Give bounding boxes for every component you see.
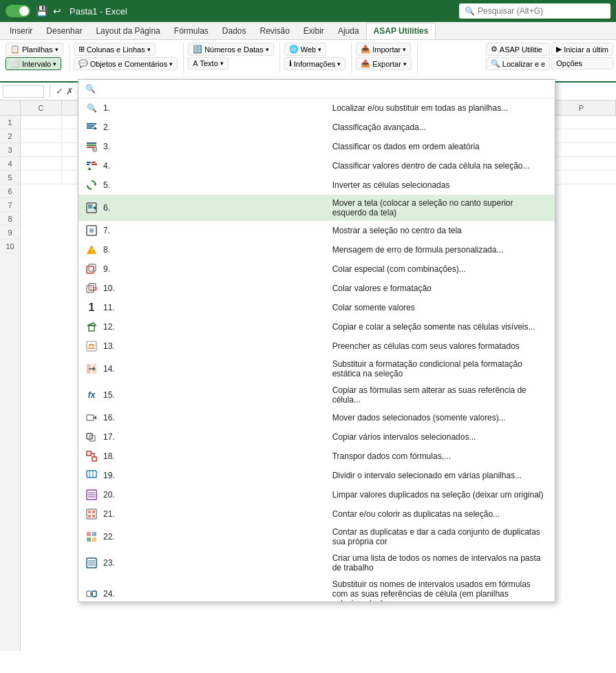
list-item[interactable]: 6. Mover a tela (colocar a seleção no ca… [78,195,555,221]
list-item[interactable]: 5. Inverter as células selecionadas [78,175,555,195]
item-7-icon [85,224,98,237]
undo-icon[interactable]: ↩ [53,6,61,17]
list-item[interactable]: 9. Colar especial (com combinações)... [78,259,555,279]
menu-item-ajuda[interactable]: Ajuda [331,23,366,39]
item-5-label: Inverter as células selecionadas [332,180,548,190]
list-item[interactable]: 21. Contar e/ou colorir as duplicatas na… [78,504,555,524]
svg-rect-60 [87,591,91,597]
col-header-c[interactable]: C [21,100,62,115]
ribbon-btn-localize[interactable]: 🔍 Localizar e e [486,57,550,70]
list-item[interactable]: 17. Copiar vários intervalos selecionado… [78,427,555,447]
list-item[interactable]: 22. Contar as duplicatas e dar a cada co… [78,524,555,550]
item-4-label: Classificar valores dentro de cada célul… [332,161,548,171]
checkmark-icon[interactable]: ✓ [56,86,63,96]
menu-item-asap[interactable]: ASAP Utilities [366,23,436,39]
item-23-icon [85,557,98,569]
svg-rect-2 [87,127,93,129]
list-item[interactable]: 20. Limpar valores duplicados na seleção… [78,485,555,504]
item-14-label: Substituir a formatação condicional pela… [332,359,548,378]
ribbon-btn-numeros[interactable]: 🔢 Números e Datas ▾ [188,43,274,56]
item-21-num: 21. [103,509,319,519]
cell-c1[interactable] [21,116,62,129]
list-item[interactable]: 23. Criar uma lista de todos os nomes de… [78,550,555,576]
list-item[interactable]: 18. Transpor dados com fórmulas,... [78,447,555,466]
cell-c4[interactable] [21,157,62,171]
menu-item-revisao[interactable]: Revisão [253,23,297,39]
row-num-9: 9 [0,226,20,239]
ribbon-btn-intervalo[interactable]: ⬜ Intervalo ▾ [6,57,61,70]
menu-item-inserir[interactable]: Inserir [3,23,39,39]
toggle-switch[interactable] [6,5,30,17]
list-item[interactable]: 123 10. Colar valores e formatação [78,279,555,298]
cell-c5[interactable] [21,171,62,184]
item-1-icon: 🔍 [85,102,98,114]
search-input[interactable] [478,6,602,16]
cell-c3[interactable] [21,143,62,157]
search-box[interactable]: 🔍 [459,3,610,19]
ribbon-btn-exportar[interactable]: 📤 Exportar ▾ [356,57,412,70]
formula-divider [50,85,50,98]
menu-item-formulas[interactable]: Fórmulas [167,23,215,39]
list-item[interactable]: 14. Substituir a formatação condicional … [78,356,555,382]
ribbon-btn-asap[interactable]: ⚙ ASAP Utilitie [486,43,550,56]
colunas-caret: ▾ [147,46,151,53]
item-13-label: Preencher as células com seus valores fo… [332,341,548,351]
row-num-8: 8 [0,212,20,226]
list-item[interactable]: 🔍 1. Localizar e/ou substituir em todas … [78,98,555,118]
menu-bar: Inserir Desenhar Layout da Página Fórmul… [0,22,616,40]
item-8-icon: ! [85,244,98,256]
list-item[interactable]: 1 11. Colar somente valores [78,298,555,317]
item-8-num: 8. [103,245,319,255]
dropdown-search-input[interactable] [100,84,548,94]
ribbon-btn-web[interactable]: 🌐 Web ▾ [284,43,326,56]
planilhas-caret: ▾ [55,46,59,53]
item-13-num: 13. [103,341,319,351]
cell-reference[interactable] [3,85,44,98]
ribbon-btn-importar[interactable]: 📥 Importar ▾ [356,43,411,56]
ribbon-group-planilhas: 📋 Planilhas ▾ ⬜ Intervalo ▾ [3,43,70,73]
corner-header [0,100,21,115]
menu-item-desenhar[interactable]: Desenhar [39,23,89,39]
dropdown-search-icon: 🔍 [85,84,96,94]
ribbon-btn-info[interactable]: ℹ Informações ▾ [284,57,346,70]
dropdown-menu: 🔍 🔍 1. Localizar e/ou substituir em toda… [78,79,555,602]
cell-c2[interactable] [21,129,62,143]
list-item[interactable]: 2. Classificação avançada... [78,118,555,137]
menu-item-dados[interactable]: Dados [215,23,253,39]
list-item[interactable]: fx 15. Copiar as fórmulas sem alterar as… [78,382,555,408]
menu-item-exibir[interactable]: Exibir [297,23,331,39]
list-item[interactable]: 4. Classificar valores dentro de cada cé… [78,156,555,175]
svg-rect-5 [87,145,96,146]
row-num-3: 3 [0,143,20,157]
list-item[interactable]: 19. Dividir o intervalo selecionado em v… [78,466,555,485]
ribbon-btn-iniciar[interactable]: ▶ Iniciar a últim [551,43,613,56]
list-item[interactable]: ! 8. Mensagem de erro de fórmula persona… [78,240,555,259]
objetos-icon: 💬 [78,59,88,68]
list-item[interactable]: 24. Substituir os nomes de intervalos us… [78,576,555,602]
item-11-num: 11. [103,303,319,312]
iniciar-icon: ▶ [556,45,562,54]
window-title: Pasta1 - Excel [70,6,127,17]
svg-rect-54 [87,537,91,542]
item-9-num: 9. [103,264,319,274]
list-item[interactable]: 3. Classificar os dados em ordem aleatór… [78,137,555,156]
save-icon[interactable]: 💾 [36,6,47,17]
list-item[interactable]: 13. Preencher as células com seus valore… [78,336,555,356]
item-21-label: Contar e/ou colorir as duplicatas na sel… [332,509,548,519]
col-header-p[interactable]: P [547,100,616,115]
list-item[interactable]: 12. Copiar e colar a seleção somente nas… [78,317,555,336]
menu-item-layout[interactable]: Layout da Página [89,23,167,39]
ribbon-btn-planilhas[interactable]: 📋 Planilhas ▾ [6,43,63,56]
ribbon-btn-objetos[interactable]: 💬 Objetos e Comentários ▾ [74,57,178,70]
ribbon-btn-opcoes[interactable]: Opções [551,57,613,70]
importar-icon: 📥 [361,45,370,54]
row-num-1: 1 [0,116,20,129]
cancel-formula-icon[interactable]: ✗ [66,86,74,96]
list-item[interactable]: 7. Mostrar a seleção no centro da tela [78,221,555,240]
list-item[interactable]: 16. Mover dados selecionados (somente va… [78,408,555,427]
item-22-num: 22. [103,532,319,542]
item-22-label: Contar as duplicatas e dar a cada conjun… [332,527,548,546]
svg-rect-11 [92,162,96,163]
ribbon-btn-colunas[interactable]: ⊞ Colunas e Linhas ▾ [74,43,156,56]
ribbon-btn-texto[interactable]: A Texto ▾ [188,57,229,70]
